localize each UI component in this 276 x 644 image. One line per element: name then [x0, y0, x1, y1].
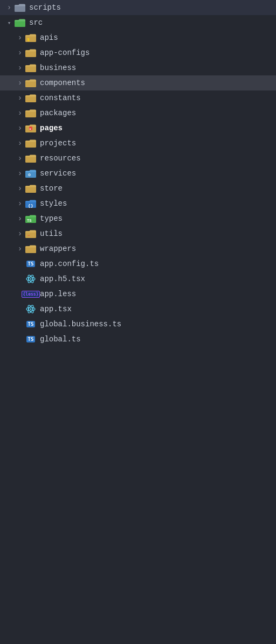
tree-item-app-h5-tsx[interactable]: app.h5.tsx [0, 271, 276, 286]
chevron-icon [4, 3, 14, 12]
tree-item-business[interactable]: business [0, 60, 276, 75]
tree-item-label: business [40, 64, 276, 72]
svg-text:▶: ▶ [30, 128, 31, 131]
file-icon: {less} [25, 288, 37, 300]
chevron-icon [15, 93, 25, 103]
tree-item-wrappers[interactable]: wrappers [0, 241, 276, 256]
tree-item-label: app-configs [40, 48, 276, 57]
tree-item-app-config-ts[interactable]: TSapp.config.ts [0, 256, 276, 271]
chevron-icon [15, 184, 25, 193]
file-icon [25, 303, 37, 315]
tree-item-projects[interactable]: projects [0, 136, 276, 151]
svg-point-27 [30, 278, 32, 280]
folder-icon [25, 62, 37, 74]
folder-icon [25, 243, 37, 255]
folder-icon [25, 77, 37, 89]
folder-icon: ▶ [25, 122, 37, 134]
tree-item-src[interactable]: src [0, 15, 276, 30]
tree-item-packages[interactable]: packages [0, 106, 276, 121]
chevron-icon [15, 244, 25, 254]
tree-item-app-less[interactable]: {less}app.less [0, 286, 276, 302]
tree-item-pages[interactable]: ▶ pages [0, 121, 276, 136]
chevron-icon [15, 138, 25, 148]
tree-item-utils[interactable]: ✂ utils [0, 226, 276, 241]
tree-item-global-ts[interactable]: TSglobal.ts [0, 332, 276, 347]
tree-item-styles[interactable]: {} styles [0, 196, 276, 211]
tree-item-label: apis [40, 33, 276, 42]
folder-icon: ✂ [25, 228, 37, 240]
folder-icon: $ [25, 32, 37, 44]
tree-item-constants[interactable]: constants [0, 90, 276, 106]
tree-item-scripts[interactable]: scripts [0, 0, 276, 15]
tree-item-label: app.config.ts [40, 260, 276, 268]
tree-item-app-configs[interactable]: app-configs [0, 45, 276, 60]
tree-item-types[interactable]: TS types [0, 211, 276, 226]
tree-item-label: app.tsx [40, 305, 276, 313]
svg-text:✂: ✂ [27, 233, 30, 238]
chevron-icon [15, 123, 25, 133]
tree-item-label: global.ts [40, 335, 276, 344]
chevron-icon [15, 153, 25, 163]
tree-item-app-tsx[interactable]: app.tsx [0, 302, 276, 317]
tree-item-label: global.business.ts [40, 320, 276, 328]
folder-icon [25, 107, 37, 119]
file-tree: scripts src $ apis app-configs business … [0, 0, 276, 347]
tree-item-resources[interactable]: resources [0, 151, 276, 166]
folder-icon [25, 47, 37, 59]
tree-item-label: pages [40, 124, 276, 132]
tree-item-apis[interactable]: $ apis [0, 30, 276, 45]
chevron-icon [15, 108, 25, 118]
tree-item-label: app.h5.tsx [40, 275, 276, 283]
svg-text:$: $ [27, 38, 30, 42]
tree-item-label: src [29, 18, 276, 27]
chevron-icon [15, 169, 25, 178]
chevron-icon [15, 199, 25, 208]
chevron-icon [15, 214, 25, 223]
tree-item-label: app.less [40, 290, 276, 298]
folder-icon: TS [25, 213, 37, 225]
folder-icon [25, 92, 37, 104]
folder-icon: ⚙ [25, 167, 37, 179]
tree-item-global-business-ts[interactable]: TSglobal.business.ts [0, 317, 276, 332]
tree-item-services[interactable]: ⚙ services [0, 166, 276, 181]
tree-item-label: projects [40, 139, 276, 148]
folder-icon [25, 183, 37, 194]
tree-item-components[interactable]: components [0, 75, 276, 90]
svg-text:{}: {} [28, 203, 33, 208]
chevron-icon [15, 63, 25, 73]
tree-item-label: packages [40, 109, 276, 117]
tree-item-label: scripts [29, 3, 276, 12]
file-icon [25, 273, 37, 285]
chevron-icon [4, 18, 14, 27]
tree-item-label: store [40, 184, 276, 193]
folder-icon [25, 152, 37, 164]
tree-item-label: utils [40, 229, 276, 238]
chevron-icon [15, 229, 25, 239]
folder-icon [14, 17, 26, 29]
tree-item-label: wrappers [40, 244, 276, 253]
chevron-icon [15, 78, 25, 88]
tree-item-store[interactable]: store [0, 181, 276, 196]
tree-item-label: constants [40, 94, 276, 102]
tree-item-label: components [40, 79, 276, 87]
tree-item-label: styles [40, 199, 276, 208]
tree-item-label: types [40, 214, 276, 223]
file-icon: TS [25, 258, 37, 270]
file-icon: TS [25, 318, 37, 330]
file-icon: TS [25, 333, 37, 345]
svg-point-31 [30, 309, 32, 310]
tree-item-label: services [40, 169, 276, 178]
chevron-icon [15, 48, 25, 58]
svg-text:TS: TS [27, 219, 31, 223]
folder-icon [25, 137, 37, 149]
tree-item-label: resources [40, 154, 276, 163]
chevron-icon [15, 33, 25, 43]
svg-text:⚙: ⚙ [28, 172, 31, 177]
folder-icon [14, 2, 26, 13]
folder-icon: {} [25, 198, 37, 209]
